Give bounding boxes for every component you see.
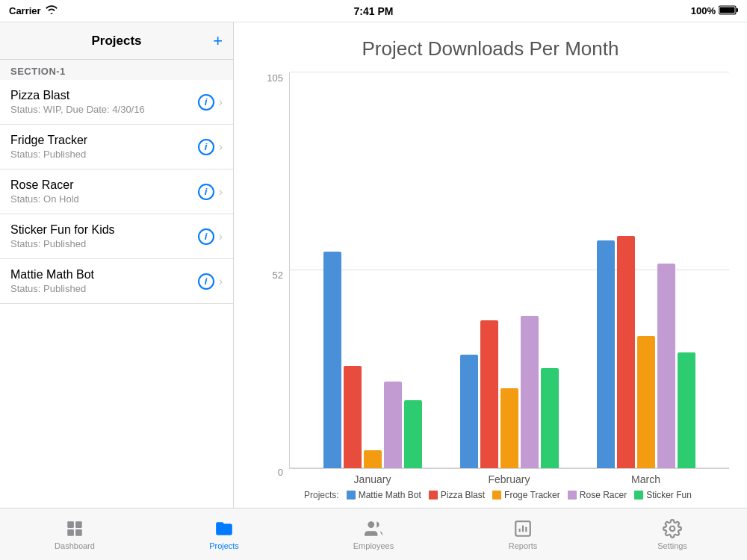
chart-area: Project Downloads Per Month 105 52 0 Jan… <box>234 22 747 508</box>
legend-color <box>568 491 577 500</box>
bar-0-0 <box>323 252 341 468</box>
list-item-content: Fridge Tracker Status: Published <box>10 134 198 160</box>
chevron-icon-4: › <box>219 275 223 288</box>
sidebar-item-3[interactable]: Sticker Fun for Kids Status: Published i… <box>0 214 233 259</box>
legend-item: Froge Tracker <box>492 490 560 500</box>
bar-2-4 <box>678 352 695 468</box>
bar-group-2 <box>597 236 695 468</box>
info-icon-0[interactable]: i <box>198 94 214 111</box>
info-icon-1[interactable]: i <box>198 139 214 155</box>
bar-group-0 <box>323 252 422 468</box>
tab-employees[interactable]: Employees <box>344 518 403 550</box>
chart-title: Project Downloads Per Month <box>252 37 729 60</box>
bar-1-3 <box>521 316 539 468</box>
legend-area: Projects: Mattie Math Bot Pizza Blast Fr… <box>289 485 729 500</box>
tab-icon-reports <box>512 518 533 539</box>
chart-plot <box>289 72 729 469</box>
info-icon-3[interactable]: i <box>198 228 214 245</box>
bar-1-1 <box>480 320 498 468</box>
legend-items: Mattie Math Bot Pizza Blast Froge Tracke… <box>347 490 692 500</box>
list-item-name: Rose Racer <box>10 178 198 192</box>
carrier-label: Carrier <box>9 5 41 16</box>
info-icon-2[interactable]: i <box>198 184 214 200</box>
svg-rect-4 <box>75 521 82 528</box>
list-item-status: Status: Published <box>10 283 198 294</box>
legend-color <box>492 491 501 500</box>
svg-point-7 <box>368 521 374 528</box>
sidebar: Projects + Section-1 Pizza Blast Status:… <box>0 22 234 508</box>
bar-2-2 <box>637 336 655 468</box>
list-item-actions: i › <box>198 139 223 155</box>
chart-container: 105 52 0 JanuaryFebruaryMarch Projects: … <box>252 72 729 500</box>
list-item-name: Pizza Blast <box>10 89 198 102</box>
bar-group-1 <box>460 316 559 468</box>
list-item-content: Sticker Fun for Kids Status: Published <box>10 223 198 249</box>
status-bar: Carrier 7:41 PM 100% <box>0 0 747 22</box>
legend-text: Mattie Math Bot <box>359 490 421 500</box>
info-icon-4[interactable]: i <box>198 273 214 290</box>
tab-dashboard[interactable]: Dashboard <box>45 518 105 550</box>
legend-item: Sticker Fun <box>634 490 692 500</box>
list-item-status: Status: On Hold <box>10 193 198 205</box>
sidebar-header: Projects + <box>0 22 233 60</box>
list-item-actions: i › <box>198 228 223 245</box>
svg-rect-1 <box>737 8 739 12</box>
tab-label-employees: Employees <box>353 541 394 550</box>
tab-settings[interactable]: Settings <box>642 518 702 550</box>
legend-text: Rose Racer <box>580 490 627 500</box>
chevron-icon-2: › <box>219 185 223 199</box>
tab-icon-settings <box>662 518 683 539</box>
status-bar-left: Carrier <box>9 5 58 16</box>
wifi-icon <box>46 5 58 16</box>
legend-color <box>429 491 438 500</box>
tab-label-settings: Settings <box>657 541 687 550</box>
list-item-actions: i › <box>198 273 223 290</box>
legend-text: Pizza Blast <box>441 490 485 500</box>
legend-color <box>634 491 643 500</box>
battery-icon <box>719 5 738 17</box>
tab-bar: Dashboard Projects Employees Reports Set… <box>0 508 747 560</box>
status-bar-time: 7:41 PM <box>354 5 394 17</box>
tab-projects[interactable]: Projects <box>194 518 254 550</box>
list-item-name: Mattie Math Bot <box>10 268 198 281</box>
list-item-content: Pizza Blast Status: WIP, Due Date: 4/30/… <box>10 89 198 115</box>
legend-label: Projects: <box>304 490 339 500</box>
section-label: Section-1 <box>0 60 233 80</box>
sidebar-title: Projects <box>91 34 141 49</box>
svg-rect-3 <box>67 521 74 528</box>
bar-1-0 <box>460 355 478 468</box>
list-item-status: Status: Published <box>10 149 198 160</box>
bar-2-0 <box>597 240 615 468</box>
bar-2-3 <box>657 264 675 468</box>
sidebar-list: Pizza Blast Status: WIP, Due Date: 4/30/… <box>0 80 233 304</box>
chevron-icon-1: › <box>219 140 223 154</box>
list-item-status: Status: WIP, Due Date: 4/30/16 <box>10 104 198 115</box>
chevron-icon-0: › <box>219 96 223 109</box>
add-project-button[interactable]: + <box>213 33 223 49</box>
battery-area: 100% <box>691 5 738 17</box>
chart-body: JanuaryFebruaryMarch Projects: Mattie Ma… <box>289 72 729 500</box>
main-area: Projects + Section-1 Pizza Blast Status:… <box>0 22 747 508</box>
sidebar-item-1[interactable]: Fridge Tracker Status: Published i › <box>0 125 233 169</box>
legend-item: Rose Racer <box>568 490 627 500</box>
tab-reports[interactable]: Reports <box>493 518 553 550</box>
sidebar-item-4[interactable]: Mattie Math Bot Status: Published i › <box>0 259 233 304</box>
y-axis: 105 52 0 <box>252 72 289 500</box>
tab-label-reports: Reports <box>509 541 538 550</box>
x-label: February <box>465 473 554 485</box>
legend-item: Pizza Blast <box>429 490 485 500</box>
x-axis: JanuaryFebruaryMarch <box>289 469 729 485</box>
legend-color <box>347 491 356 500</box>
chevron-icon-3: › <box>219 230 223 243</box>
svg-rect-6 <box>75 529 82 536</box>
sidebar-item-0[interactable]: Pizza Blast Status: WIP, Due Date: 4/30/… <box>0 80 233 125</box>
list-item-actions: i › <box>198 184 223 200</box>
sidebar-item-2[interactable]: Rose Racer Status: On Hold i › <box>0 169 233 214</box>
list-item-content: Rose Racer Status: On Hold <box>10 178 198 205</box>
list-item-status: Status: Published <box>10 238 198 249</box>
y-label-bottom: 0 <box>278 467 283 478</box>
svg-rect-2 <box>720 7 735 13</box>
bar-0-3 <box>384 382 402 468</box>
legend-text: Froge Tracker <box>504 490 560 500</box>
x-label: January <box>328 473 418 485</box>
